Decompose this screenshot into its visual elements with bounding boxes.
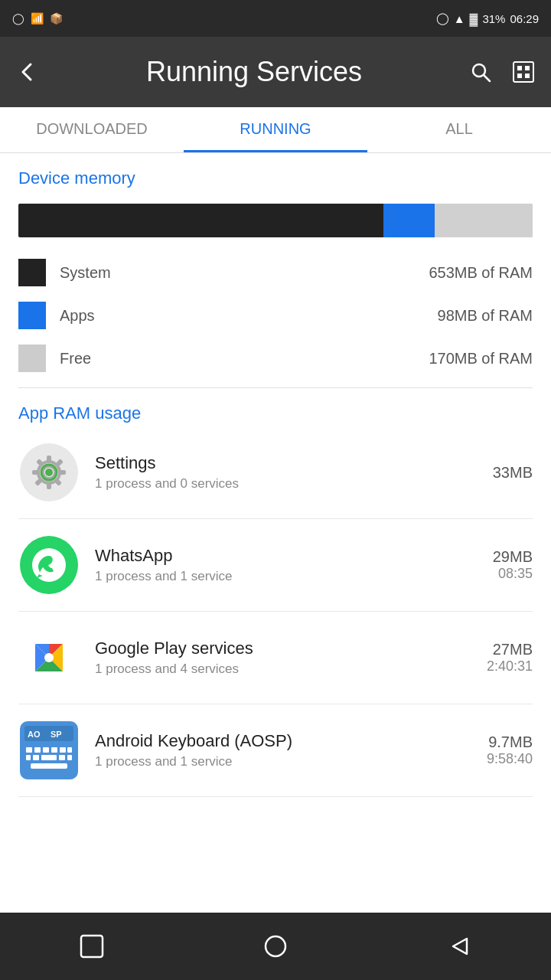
app-mb-googleplay: 27MB xyxy=(487,641,533,658)
app-detail-keyboard: 1 process and 1 service xyxy=(95,754,471,769)
status-bar: ◯ 📶 📦 ◯ ▲ ▓ 31% 06:29 xyxy=(0,0,551,37)
svg-rect-5 xyxy=(517,74,522,78)
legend-free-label: Free xyxy=(60,350,415,368)
svg-rect-33 xyxy=(26,747,32,753)
app-bar: Running Services xyxy=(0,37,551,107)
app-time-googleplay: 2:40:31 xyxy=(487,658,533,675)
network-bars-icon: ▲ xyxy=(454,12,465,25)
app-time-keyboard: 9:58:40 xyxy=(487,751,533,767)
list-item[interactable]: WhatsApp 1 process and 1 service 29MB 08… xyxy=(18,519,533,612)
svg-rect-44 xyxy=(31,763,67,769)
memory-bar xyxy=(18,204,533,237)
svg-rect-40 xyxy=(33,755,39,760)
app-mb-whatsapp: 29MB xyxy=(493,548,533,566)
svg-rect-6 xyxy=(525,74,530,78)
list-item[interactable]: Settings 1 process and 0 services 33MB xyxy=(18,426,533,519)
list-item[interactable]: AO SP Android Ke xyxy=(18,704,533,797)
list-item[interactable]: Google Play services 1 process and 4 ser… xyxy=(18,612,533,704)
svg-marker-47 xyxy=(453,939,467,954)
app-time-whatsapp: 08:35 xyxy=(493,566,533,582)
svg-rect-39 xyxy=(26,755,31,760)
battery-icon: ▓ xyxy=(469,12,478,25)
tab-downloaded[interactable]: Downloaded xyxy=(0,107,184,152)
bar-system xyxy=(18,204,383,237)
app-usage-keyboard: 9.7MB 9:58:40 xyxy=(487,733,533,767)
legend-free-box xyxy=(18,345,46,372)
svg-rect-36 xyxy=(51,747,57,753)
legend-apps-value: 98MB of RAM xyxy=(438,307,533,325)
app-detail-whatsapp: 1 process and 1 service xyxy=(95,569,478,584)
tab-running[interactable]: Running xyxy=(184,107,367,152)
settings-app-icon xyxy=(18,442,80,503)
legend-system-value: 653MB of RAM xyxy=(429,264,533,282)
svg-text:SP: SP xyxy=(51,730,62,739)
app-detail-googleplay: 1 process and 4 services xyxy=(95,662,471,677)
svg-rect-45 xyxy=(81,936,103,957)
app-name-whatsapp: WhatsApp xyxy=(95,546,478,566)
svg-point-46 xyxy=(266,936,285,956)
svg-rect-2 xyxy=(514,62,533,82)
svg-rect-37 xyxy=(60,747,66,753)
svg-text:AO: AO xyxy=(28,730,41,739)
app-info-keyboard: Android Keyboard (AOSP) 1 process and 1 … xyxy=(95,731,471,769)
status-right-icons: ◯ ▲ ▓ 31% 06:29 xyxy=(436,11,539,25)
svg-point-21 xyxy=(32,548,66,582)
alarm-icon: ◯ xyxy=(436,11,449,25)
app-usage-googleplay: 27MB 2:40:31 xyxy=(487,641,533,675)
legend-system-box xyxy=(18,259,46,286)
svg-rect-12 xyxy=(32,470,38,475)
page-title: Running Services xyxy=(55,56,453,88)
whatsapp-app-icon xyxy=(18,534,80,596)
bar-apps xyxy=(383,204,435,237)
tabs-container: Downloaded Running All xyxy=(0,107,551,153)
storage-icon: 📦 xyxy=(50,12,63,24)
legend-apps-box xyxy=(18,302,46,329)
section-divider xyxy=(18,387,533,388)
legend-system: System 653MB of RAM xyxy=(18,259,533,286)
svg-rect-3 xyxy=(517,66,522,70)
svg-rect-41 xyxy=(41,755,57,760)
svg-rect-42 xyxy=(59,755,65,760)
status-left-icons: ◯ 📶 📦 xyxy=(12,12,63,24)
googleplay-app-icon xyxy=(18,627,80,688)
app-usage-whatsapp: 29MB 08:35 xyxy=(493,548,533,582)
keyboard-app-icon: AO SP xyxy=(18,720,80,781)
svg-point-28 xyxy=(44,653,54,662)
legend-free: Free 170MB of RAM xyxy=(18,345,533,372)
tab-all[interactable]: All xyxy=(367,107,551,152)
search-button[interactable] xyxy=(465,57,496,87)
svg-rect-10 xyxy=(47,456,51,462)
app-mb-keyboard: 9.7MB xyxy=(487,733,533,751)
app-name-settings: Settings xyxy=(95,453,478,473)
nav-recents-button[interactable] xyxy=(70,925,113,968)
app-usage-settings: 33MB xyxy=(493,464,533,482)
battery-percent: 31% xyxy=(482,12,505,25)
chat-icon: ◯ xyxy=(12,12,24,24)
legend-free-value: 170MB of RAM xyxy=(429,350,533,368)
nav-back-button[interactable] xyxy=(438,925,481,968)
app-ram-title: App RAM usage xyxy=(18,403,533,423)
app-info-whatsapp: WhatsApp 1 process and 1 service xyxy=(95,546,478,584)
device-memory-title: Device memory xyxy=(18,168,533,188)
svg-rect-4 xyxy=(525,66,530,70)
svg-rect-34 xyxy=(34,747,41,753)
bottom-nav xyxy=(0,913,551,980)
svg-point-19 xyxy=(45,469,53,476)
legend-system-label: System xyxy=(60,264,415,282)
legend-apps: Apps 98MB of RAM xyxy=(18,302,533,329)
svg-rect-38 xyxy=(67,747,72,753)
svg-rect-13 xyxy=(60,470,66,475)
app-mb-settings: 33MB xyxy=(493,464,533,482)
app-name-googleplay: Google Play services xyxy=(95,639,471,658)
svg-rect-35 xyxy=(43,747,49,753)
back-button[interactable] xyxy=(12,57,43,87)
content-area: Device memory System 653MB of RAM Apps 9… xyxy=(0,153,551,913)
app-info-googleplay: Google Play services 1 process and 4 ser… xyxy=(95,639,471,677)
nav-home-button[interactable] xyxy=(254,925,297,968)
svg-line-1 xyxy=(484,75,490,81)
app-info-settings: Settings 1 process and 0 services xyxy=(95,453,478,492)
memory-button[interactable] xyxy=(508,57,539,87)
app-name-keyboard: Android Keyboard (AOSP) xyxy=(95,731,471,751)
bar-free xyxy=(435,204,533,237)
svg-rect-11 xyxy=(47,483,51,489)
